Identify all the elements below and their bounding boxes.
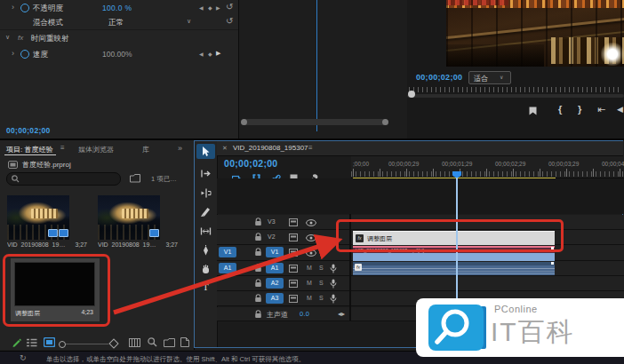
lock-icon[interactable] (254, 279, 262, 288)
source-patch-v1[interactable]: V1 (219, 247, 236, 257)
tab-project[interactable]: 项目: 首度经验 (6, 145, 52, 154)
kf-next-icon[interactable]: ▶ (216, 4, 220, 11)
track-name[interactable]: V3 (268, 218, 276, 225)
solo-button[interactable]: S (319, 280, 324, 286)
voiceover-mic-icon[interactable] (330, 279, 337, 289)
project-item-thumbnail[interactable] (7, 195, 69, 240)
project-file-name[interactable]: 首度经验.prproj (22, 160, 71, 170)
lock-icon[interactable] (254, 264, 262, 273)
tab-libraries[interactable]: 库 (142, 145, 149, 154)
project-item-thumbnail[interactable] (98, 195, 160, 240)
zoom-level-select[interactable]: 适合 ∨ (468, 71, 511, 84)
horizontal-scrollbar[interactable] (242, 119, 388, 125)
project-item-label[interactable]: VID_20190808_1953... 3;27 (7, 241, 87, 250)
timeline-timecode[interactable]: 00;00;02;00 (224, 158, 278, 169)
stopwatch-icon[interactable] (20, 4, 29, 12)
selection-tool[interactable] (200, 146, 212, 157)
new-item-icon[interactable] (180, 337, 189, 347)
mute-button[interactable]: M (307, 265, 312, 271)
sync-lock-icon[interactable] (289, 280, 298, 288)
track-name-badge[interactable]: A2 (266, 278, 284, 289)
voiceover-mic-icon[interactable] (330, 264, 337, 273)
list-view-icon[interactable] (27, 338, 37, 347)
lock-icon[interactable] (254, 233, 262, 241)
mark-in-icon[interactable]: { (558, 104, 562, 115)
sync-lock-icon[interactable] (289, 233, 298, 241)
chevron-right-icon[interactable]: › (12, 49, 14, 58)
close-tab-icon[interactable]: ✕ (222, 145, 228, 152)
find-icon[interactable] (148, 337, 157, 347)
sequence-tab-title[interactable]: VID_20190808_195307 (233, 144, 308, 152)
track-name-badge[interactable]: V1 (266, 247, 284, 257)
lock-icon[interactable] (254, 218, 262, 226)
bin-filter-icon[interactable] (130, 174, 140, 183)
track-output-eye-icon[interactable] (306, 249, 316, 257)
goto-in-icon[interactable]: ⇤ (597, 104, 605, 115)
audio-clip[interactable]: fx (353, 262, 555, 275)
chevron-right-icon[interactable]: › (12, 3, 14, 12)
new-bin-icon[interactable] (164, 338, 175, 347)
lock-icon[interactable] (254, 310, 262, 319)
program-ruler[interactable] (409, 87, 622, 92)
clip-handle[interactable] (551, 262, 554, 265)
track-name-badge[interactable]: A3 (266, 293, 284, 304)
tab-overflow-icon[interactable]: » (178, 144, 182, 153)
sync-lock-icon[interactable] (289, 218, 298, 226)
speed-value[interactable]: 100.00% (102, 50, 132, 59)
master-level-value[interactable]: 0.0 (300, 310, 309, 318)
kf-add-icon[interactable]: ◆ (208, 4, 212, 11)
track-name[interactable]: V2 (268, 233, 276, 240)
panel-menu-icon[interactable]: ≡ (308, 144, 313, 152)
zoom-slider-knob[interactable] (59, 341, 66, 348)
chevron-down-icon[interactable]: ∨ (5, 34, 10, 41)
zoom-slider-track[interactable] (66, 344, 108, 344)
effect-controls-timeline[interactable] (238, 0, 407, 138)
slip-tool[interactable] (200, 226, 212, 237)
lock-icon[interactable] (254, 248, 262, 257)
track-output-eye-icon[interactable] (306, 234, 316, 241)
scrollbar-handle-left[interactable] (241, 119, 247, 125)
chevron-down-icon[interactable]: ∨ (187, 18, 191, 25)
kf-next-icon[interactable]: ▶ (216, 50, 220, 57)
fit-track-icon[interactable]: ◂▸ (338, 310, 345, 318)
blend-mode-value[interactable]: 正常 (108, 18, 124, 28)
lock-icon[interactable] (254, 294, 262, 303)
reset-icon[interactable]: ↺ (226, 2, 233, 12)
panel-menu-icon[interactable]: ≡ (60, 144, 65, 152)
ripple-edit-tool[interactable] (200, 187, 212, 199)
solo-button[interactable]: S (319, 295, 324, 301)
kf-add-icon[interactable]: ◆ (208, 51, 212, 57)
scrollbar-handle-right[interactable] (382, 119, 388, 125)
razor-tool[interactable] (200, 206, 212, 218)
sync-lock-icon[interactable] (289, 249, 298, 257)
add-marker-icon[interactable] (529, 107, 537, 115)
stopwatch-icon[interactable] (20, 50, 29, 59)
kf-prev-icon[interactable]: ◀ (199, 4, 204, 11)
source-patch-a1[interactable]: A1 (219, 263, 236, 273)
hand-tool[interactable] (200, 264, 212, 275)
tab-media-browser[interactable]: 媒体浏览器 (78, 145, 114, 154)
track-select-forward-tool[interactable] (200, 168, 212, 179)
mark-out-icon[interactable]: } (578, 104, 581, 115)
program-playhead-knob[interactable] (408, 91, 415, 98)
solo-button[interactable]: S (319, 265, 324, 271)
project-item-label[interactable]: VID_20190808_1953... 3;27 (98, 241, 178, 250)
automate-sequence-icon[interactable] (129, 338, 140, 347)
search-input[interactable] (6, 172, 121, 186)
kf-prev-icon[interactable]: ◀ (199, 51, 204, 57)
sync-lock-icon[interactable] (289, 265, 298, 273)
opacity-value[interactable]: 100.0 % (102, 4, 132, 12)
track-output-eye-icon[interactable] (306, 219, 316, 226)
mute-button[interactable]: M (307, 280, 312, 286)
program-scrollbar[interactable] (407, 94, 624, 98)
pen-tool[interactable] (200, 245, 212, 257)
step-back-icon[interactable]: ◀ (617, 105, 623, 114)
icon-view-icon[interactable] (44, 337, 55, 347)
project-writable-icon[interactable] (12, 337, 21, 347)
effect-playhead[interactable] (316, 0, 317, 131)
reset-icon[interactable]: ↺ (226, 16, 233, 26)
track-name-badge[interactable]: A1 (266, 263, 284, 273)
zoom-slider-end[interactable] (108, 338, 118, 348)
voiceover-mic-icon[interactable] (330, 294, 337, 304)
type-tool[interactable]: T (203, 281, 209, 292)
